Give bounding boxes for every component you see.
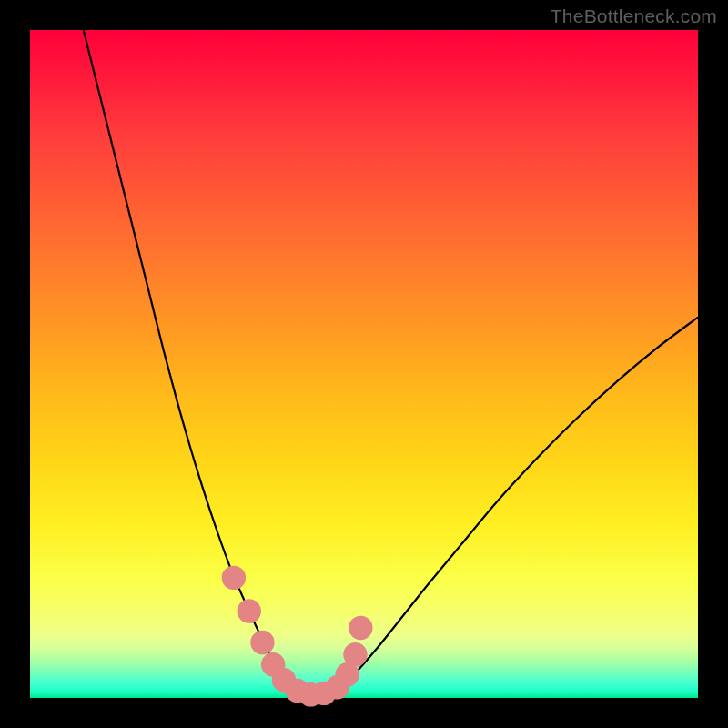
curve-marker <box>238 599 261 622</box>
curve-marker <box>250 631 274 654</box>
curve-marker <box>343 642 367 666</box>
chart-svg <box>30 30 698 698</box>
curve-marker <box>349 616 372 640</box>
bottleneck-curve <box>84 30 698 695</box>
chart-frame: TheBottleneck.com <box>0 0 728 728</box>
watermark-text: TheBottleneck.com <box>551 5 717 27</box>
plot-area <box>30 30 698 698</box>
curve-markers <box>222 566 373 707</box>
curve-marker <box>222 566 246 590</box>
